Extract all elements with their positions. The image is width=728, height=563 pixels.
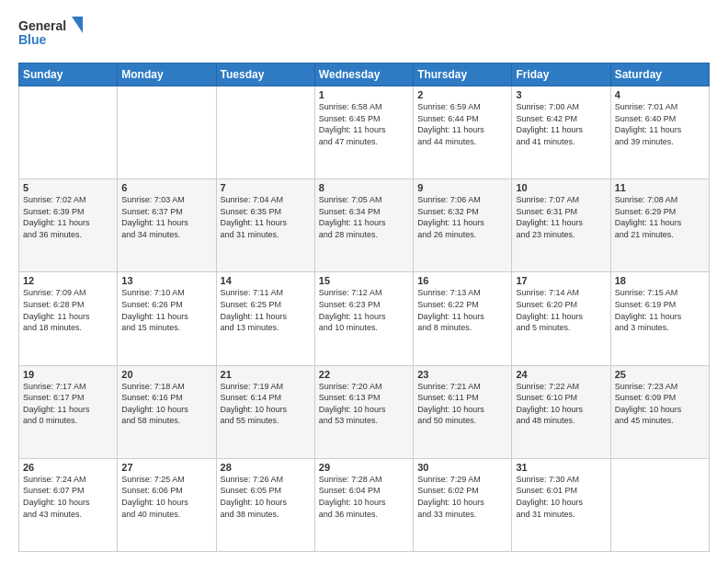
calendar-cell bbox=[610, 458, 709, 551]
calendar-cell: 11Sunrise: 7:08 AM Sunset: 6:29 PM Dayli… bbox=[610, 179, 709, 272]
day-number: 25 bbox=[615, 369, 705, 380]
calendar-cell: 12Sunrise: 7:09 AM Sunset: 6:28 PM Dayli… bbox=[19, 272, 118, 365]
day-number: 12 bbox=[23, 275, 113, 286]
day-number: 26 bbox=[23, 462, 113, 473]
calendar-week-1: 5Sunrise: 7:02 AM Sunset: 6:39 PM Daylig… bbox=[19, 179, 710, 272]
day-number: 27 bbox=[121, 462, 211, 473]
day-info: Sunrise: 7:03 AM Sunset: 6:37 PM Dayligh… bbox=[121, 194, 211, 240]
day-info: Sunrise: 7:08 AM Sunset: 6:29 PM Dayligh… bbox=[615, 194, 705, 240]
day-info: Sunrise: 7:21 AM Sunset: 6:11 PM Dayligh… bbox=[417, 381, 507, 427]
day-number: 18 bbox=[615, 275, 705, 286]
day-info: Sunrise: 7:09 AM Sunset: 6:28 PM Dayligh… bbox=[23, 287, 113, 333]
calendar-cell bbox=[216, 86, 314, 179]
calendar-cell: 9Sunrise: 7:06 AM Sunset: 6:32 PM Daylig… bbox=[414, 179, 512, 272]
calendar-header-row: SundayMondayTuesdayWednesdayThursdayFrid… bbox=[19, 63, 710, 86]
day-header-monday: Monday bbox=[118, 63, 216, 86]
calendar-cell: 18Sunrise: 7:15 AM Sunset: 6:19 PM Dayli… bbox=[610, 272, 709, 365]
calendar-week-4: 26Sunrise: 7:24 AM Sunset: 6:07 PM Dayli… bbox=[19, 458, 710, 551]
calendar-cell: 8Sunrise: 7:05 AM Sunset: 6:34 PM Daylig… bbox=[314, 179, 413, 272]
calendar-week-3: 19Sunrise: 7:17 AM Sunset: 6:17 PM Dayli… bbox=[19, 365, 710, 458]
day-number: 10 bbox=[516, 182, 606, 193]
logo-container: GeneralBlue bbox=[18, 17, 83, 53]
page: GeneralBlue SundayMondayTuesdayWednesday… bbox=[0, 0, 728, 563]
calendar-cell: 16Sunrise: 7:13 AM Sunset: 6:22 PM Dayli… bbox=[414, 272, 512, 365]
day-info: Sunrise: 7:29 AM Sunset: 6:02 PM Dayligh… bbox=[417, 474, 507, 520]
calendar-cell bbox=[19, 86, 118, 179]
day-info: Sunrise: 7:10 AM Sunset: 6:26 PM Dayligh… bbox=[121, 287, 211, 333]
day-number: 16 bbox=[417, 275, 507, 286]
calendar-cell: 2Sunrise: 6:59 AM Sunset: 6:44 PM Daylig… bbox=[414, 86, 512, 179]
day-info: Sunrise: 7:05 AM Sunset: 6:34 PM Dayligh… bbox=[319, 194, 409, 240]
calendar-cell: 24Sunrise: 7:22 AM Sunset: 6:10 PM Dayli… bbox=[512, 365, 610, 458]
day-info: Sunrise: 7:18 AM Sunset: 6:16 PM Dayligh… bbox=[121, 381, 211, 427]
calendar-cell: 6Sunrise: 7:03 AM Sunset: 6:37 PM Daylig… bbox=[118, 179, 216, 272]
calendar-cell: 26Sunrise: 7:24 AM Sunset: 6:07 PM Dayli… bbox=[19, 458, 118, 551]
day-info: Sunrise: 7:17 AM Sunset: 6:17 PM Dayligh… bbox=[23, 381, 113, 427]
day-number: 4 bbox=[615, 89, 705, 100]
day-number: 3 bbox=[516, 89, 606, 100]
calendar-table: SundayMondayTuesdayWednesdayThursdayFrid… bbox=[18, 63, 710, 552]
day-number: 5 bbox=[23, 182, 113, 193]
day-info: Sunrise: 7:26 AM Sunset: 6:05 PM Dayligh… bbox=[221, 474, 311, 520]
day-number: 30 bbox=[417, 462, 507, 473]
day-number: 19 bbox=[23, 369, 113, 380]
day-info: Sunrise: 6:58 AM Sunset: 6:45 PM Dayligh… bbox=[319, 101, 409, 147]
day-number: 2 bbox=[417, 89, 507, 100]
day-info: Sunrise: 7:00 AM Sunset: 6:42 PM Dayligh… bbox=[516, 101, 606, 147]
calendar-cell: 23Sunrise: 7:21 AM Sunset: 6:11 PM Dayli… bbox=[414, 365, 512, 458]
calendar-cell bbox=[118, 86, 216, 179]
calendar-cell: 5Sunrise: 7:02 AM Sunset: 6:39 PM Daylig… bbox=[19, 179, 118, 272]
svg-text:General: General bbox=[18, 18, 66, 33]
calendar-cell: 22Sunrise: 7:20 AM Sunset: 6:13 PM Dayli… bbox=[314, 365, 413, 458]
day-header-thursday: Thursday bbox=[414, 63, 512, 86]
day-number: 11 bbox=[615, 182, 705, 193]
calendar-cell: 29Sunrise: 7:28 AM Sunset: 6:04 PM Dayli… bbox=[314, 458, 413, 551]
calendar-cell: 10Sunrise: 7:07 AM Sunset: 6:31 PM Dayli… bbox=[512, 179, 610, 272]
day-info: Sunrise: 7:14 AM Sunset: 6:20 PM Dayligh… bbox=[516, 287, 606, 333]
day-number: 20 bbox=[121, 369, 211, 380]
calendar-cell: 30Sunrise: 7:29 AM Sunset: 6:02 PM Dayli… bbox=[414, 458, 512, 551]
calendar-cell: 7Sunrise: 7:04 AM Sunset: 6:35 PM Daylig… bbox=[216, 179, 314, 272]
day-number: 22 bbox=[319, 369, 409, 380]
day-info: Sunrise: 7:19 AM Sunset: 6:14 PM Dayligh… bbox=[221, 381, 311, 427]
day-info: Sunrise: 7:15 AM Sunset: 6:19 PM Dayligh… bbox=[615, 287, 705, 333]
calendar-cell: 20Sunrise: 7:18 AM Sunset: 6:16 PM Dayli… bbox=[118, 365, 216, 458]
day-info: Sunrise: 7:22 AM Sunset: 6:10 PM Dayligh… bbox=[516, 381, 606, 427]
logo: GeneralBlue bbox=[18, 17, 83, 53]
day-header-saturday: Saturday bbox=[610, 63, 709, 86]
calendar-cell: 13Sunrise: 7:10 AM Sunset: 6:26 PM Dayli… bbox=[118, 272, 216, 365]
day-info: Sunrise: 7:07 AM Sunset: 6:31 PM Dayligh… bbox=[516, 194, 606, 240]
svg-text:Blue: Blue bbox=[18, 32, 47, 47]
day-info: Sunrise: 7:12 AM Sunset: 6:23 PM Dayligh… bbox=[319, 287, 409, 333]
day-info: Sunrise: 7:01 AM Sunset: 6:40 PM Dayligh… bbox=[615, 101, 705, 147]
day-number: 23 bbox=[417, 369, 507, 380]
calendar-cell: 1Sunrise: 6:58 AM Sunset: 6:45 PM Daylig… bbox=[314, 86, 413, 179]
day-number: 24 bbox=[516, 369, 606, 380]
day-info: Sunrise: 7:28 AM Sunset: 6:04 PM Dayligh… bbox=[319, 474, 409, 520]
header: GeneralBlue bbox=[18, 17, 710, 53]
day-header-sunday: Sunday bbox=[19, 63, 118, 86]
day-info: Sunrise: 7:11 AM Sunset: 6:25 PM Dayligh… bbox=[221, 287, 311, 333]
day-number: 15 bbox=[319, 275, 409, 286]
day-number: 31 bbox=[516, 462, 606, 473]
day-header-wednesday: Wednesday bbox=[314, 63, 413, 86]
day-number: 28 bbox=[221, 462, 311, 473]
calendar-cell: 4Sunrise: 7:01 AM Sunset: 6:40 PM Daylig… bbox=[610, 86, 709, 179]
day-info: Sunrise: 7:06 AM Sunset: 6:32 PM Dayligh… bbox=[417, 194, 507, 240]
day-number: 6 bbox=[121, 182, 211, 193]
day-info: Sunrise: 7:30 AM Sunset: 6:01 PM Dayligh… bbox=[516, 474, 606, 520]
day-number: 7 bbox=[221, 182, 311, 193]
day-info: Sunrise: 6:59 AM Sunset: 6:44 PM Dayligh… bbox=[417, 101, 507, 147]
day-info: Sunrise: 7:25 AM Sunset: 6:06 PM Dayligh… bbox=[121, 474, 211, 520]
calendar-cell: 15Sunrise: 7:12 AM Sunset: 6:23 PM Dayli… bbox=[314, 272, 413, 365]
calendar-cell: 19Sunrise: 7:17 AM Sunset: 6:17 PM Dayli… bbox=[19, 365, 118, 458]
day-info: Sunrise: 7:24 AM Sunset: 6:07 PM Dayligh… bbox=[23, 474, 113, 520]
day-number: 29 bbox=[319, 462, 409, 473]
day-number: 8 bbox=[319, 182, 409, 193]
calendar-cell: 21Sunrise: 7:19 AM Sunset: 6:14 PM Dayli… bbox=[216, 365, 314, 458]
day-info: Sunrise: 7:20 AM Sunset: 6:13 PM Dayligh… bbox=[319, 381, 409, 427]
day-number: 9 bbox=[417, 182, 507, 193]
calendar-cell: 25Sunrise: 7:23 AM Sunset: 6:09 PM Dayli… bbox=[610, 365, 709, 458]
day-number: 1 bbox=[319, 89, 409, 100]
calendar-cell: 3Sunrise: 7:00 AM Sunset: 6:42 PM Daylig… bbox=[512, 86, 610, 179]
